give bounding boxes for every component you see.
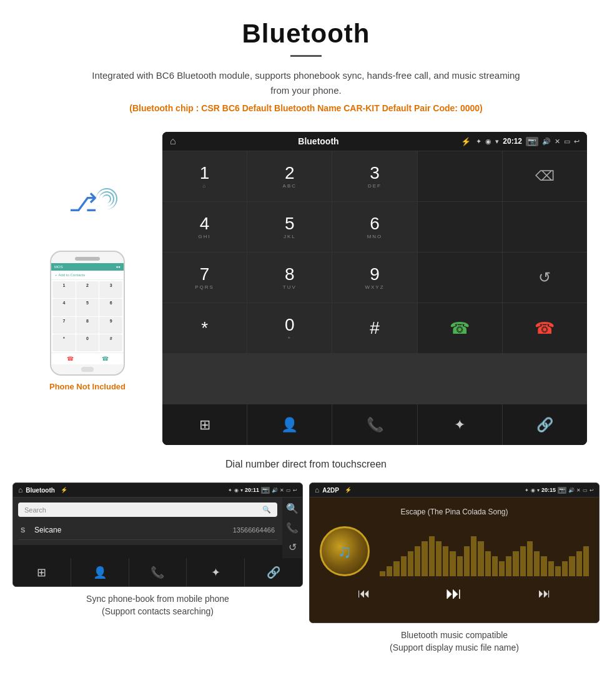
dial-key-6[interactable]: 6 MNO: [332, 202, 417, 252]
car-btn-bluetooth[interactable]: ✦: [418, 404, 503, 445]
pb-time: 20:11: [245, 487, 259, 493]
phone-key-0[interactable]: 0: [76, 334, 99, 351]
dial-call-button[interactable]: ☎: [418, 303, 502, 353]
home-icon[interactable]: ⌂: [170, 136, 176, 147]
music-close-icon[interactable]: ✕: [576, 488, 581, 493]
phonebook-search[interactable]: Search 🔍: [18, 502, 277, 517]
dial-backspace[interactable]: ⌫: [503, 151, 587, 201]
viz-bar: [492, 556, 498, 576]
phone-key-8[interactable]: 8: [76, 317, 99, 334]
phonebook-content: Search 🔍 S Seicane 13566664466: [13, 498, 282, 545]
phone-key-9[interactable]: 9: [99, 317, 122, 334]
music-prev-button[interactable]: ⏮: [358, 586, 370, 601]
phonebook-side-icons: 🔍 📞 ↺: [282, 498, 302, 558]
music-cam-icon[interactable]: 📷: [558, 487, 566, 494]
bluetooth-icon: ⎇: [69, 188, 97, 217]
pb-btn-phone[interactable]: 📞: [129, 558, 187, 586]
location-status-icon: ◉: [485, 138, 491, 146]
viz-bar: [499, 561, 505, 576]
dial-key-0[interactable]: 0 +: [247, 303, 332, 353]
pb-btn-contacts[interactable]: 👤: [71, 558, 129, 586]
phone-key-hash[interactable]: #: [99, 334, 122, 351]
phone-key-star[interactable]: *: [52, 334, 76, 351]
end-call-icon[interactable]: ☎: [67, 356, 74, 362]
pb-btn-bt[interactable]: ✦: [187, 558, 245, 586]
dial-key-star[interactable]: *: [162, 303, 247, 353]
phone-key-2[interactable]: 2: [76, 281, 99, 298]
pb-home-icon[interactable]: ⌂: [18, 486, 22, 494]
phone-key-4[interactable]: 4: [52, 299, 76, 316]
music-bt-icon: ✦: [525, 488, 529, 493]
wifi-arc-3: [96, 188, 117, 209]
phone-key-7[interactable]: 7: [52, 317, 76, 334]
dial-end-button[interactable]: ☎: [503, 303, 587, 353]
car-btn-link[interactable]: 🔗: [503, 404, 587, 445]
back-status-icon[interactable]: ↩: [574, 138, 580, 146]
phone-not-included-label: Phone Not Included: [49, 382, 126, 391]
dial-key-8[interactable]: 8 TUV: [247, 252, 332, 302]
dial-display: [418, 151, 502, 201]
pb-close-icon[interactable]: ✕: [280, 488, 284, 493]
volume-icon[interactable]: 🔊: [542, 138, 551, 146]
phone-key-3[interactable]: 3: [99, 281, 122, 298]
pb-btn-dialpad[interactable]: ⊞: [13, 558, 71, 586]
camera-status-icon[interactable]: 📷: [526, 137, 538, 146]
car-btn-contacts[interactable]: 👤: [247, 404, 332, 445]
viz-bar: [471, 536, 476, 576]
music-album-area: ♫: [320, 526, 589, 576]
music-play-pause-button[interactable]: ⏭: [446, 584, 462, 603]
bottom-panels: ⌂ Bluetooth ⚡ ✦ ◉ ▾ 20:11 📷 🔊 ✕ ▭ ↩: [0, 482, 612, 669]
dial-reload[interactable]: ↺: [503, 252, 587, 302]
dial-key-3[interactable]: 3 DEF: [332, 151, 417, 201]
dial-key-1[interactable]: 1 ⌂: [162, 151, 247, 201]
music-vol-icon[interactable]: 🔊: [568, 488, 575, 493]
close-status-icon[interactable]: ✕: [555, 138, 560, 146]
call-icon[interactable]: ☎: [102, 356, 109, 362]
phone-screen-header: MOS ●●: [51, 263, 124, 271]
phone-key-5[interactable]: 5: [76, 299, 99, 316]
window-status-icon[interactable]: ▭: [564, 138, 570, 146]
viz-bar: [583, 546, 589, 576]
pb-side-reload-icon[interactable]: ↺: [289, 541, 297, 553]
pb-cam-icon[interactable]: 📷: [261, 487, 270, 494]
pb-btn-link[interactable]: 🔗: [245, 558, 302, 586]
viz-bar: [478, 541, 483, 576]
pb-side-search-icon[interactable]: 🔍: [286, 502, 299, 514]
phone-key-1[interactable]: 1: [52, 281, 76, 298]
dial-key-7[interactable]: 7 PQRS: [162, 252, 247, 302]
pb-vol-icon[interactable]: 🔊: [272, 488, 278, 493]
music-win-icon[interactable]: ▭: [583, 488, 588, 493]
car-btn-phone[interactable]: 📞: [332, 404, 417, 445]
pb-side-call-icon[interactable]: 📞: [286, 522, 299, 534]
viz-bar: [562, 561, 568, 576]
music-visualizer: [380, 526, 589, 576]
car-btn-dialpad[interactable]: ⊞: [162, 404, 247, 445]
dial-key-9[interactable]: 9 WXYZ: [332, 252, 417, 302]
viz-bar: [422, 541, 427, 576]
phone-home-button[interactable]: [81, 367, 94, 372]
music-caption: Bluetooth music compatible (Support disp…: [309, 623, 600, 656]
music-home-icon[interactable]: ⌂: [315, 486, 319, 494]
car-display: ⌂ Bluetooth ⚡ ✦ ◉ ▾ 20:12 📷 🔊 ✕ ▭ ↩ 1 ⌂: [162, 132, 587, 445]
pb-entry-number: 13566664466: [233, 526, 275, 534]
viz-bar: [485, 551, 491, 576]
dial-key-5[interactable]: 5 JKL: [247, 202, 332, 252]
dial-key-4[interactable]: 4 GHI: [162, 202, 247, 252]
phone-speaker: [75, 257, 100, 261]
dial-key-2[interactable]: 2 ABC: [247, 151, 332, 201]
bt-status-icon: ✦: [476, 138, 481, 146]
dial-key-hash[interactable]: #: [332, 303, 417, 353]
music-panel: ⌂ A2DP ⚡ ✦ ◉ ▾ 20:15 📷 🔊 ✕ ▭ ↩ Escape (T…: [309, 482, 600, 656]
music-next-button[interactable]: ⏭: [538, 586, 551, 601]
music-back-icon[interactable]: ↩: [590, 488, 594, 493]
pb-bt-icon: ✦: [228, 488, 232, 493]
pb-win-icon[interactable]: ▭: [286, 488, 291, 493]
usb-icon: ⚡: [461, 137, 471, 146]
music-display: ⌂ A2DP ⚡ ✦ ◉ ▾ 20:15 📷 🔊 ✕ ▭ ↩ Escape (T…: [309, 482, 600, 623]
music-title: A2DP: [322, 487, 339, 494]
pb-back-icon[interactable]: ↩: [293, 488, 297, 493]
viz-bar: [401, 556, 407, 576]
pb-loc-icon: ◉: [234, 488, 239, 493]
phone-key-6[interactable]: 6: [99, 299, 122, 316]
phone-body: MOS ●● + Add to Contacts 1 2 3 4 5 6 7 8…: [50, 251, 125, 376]
